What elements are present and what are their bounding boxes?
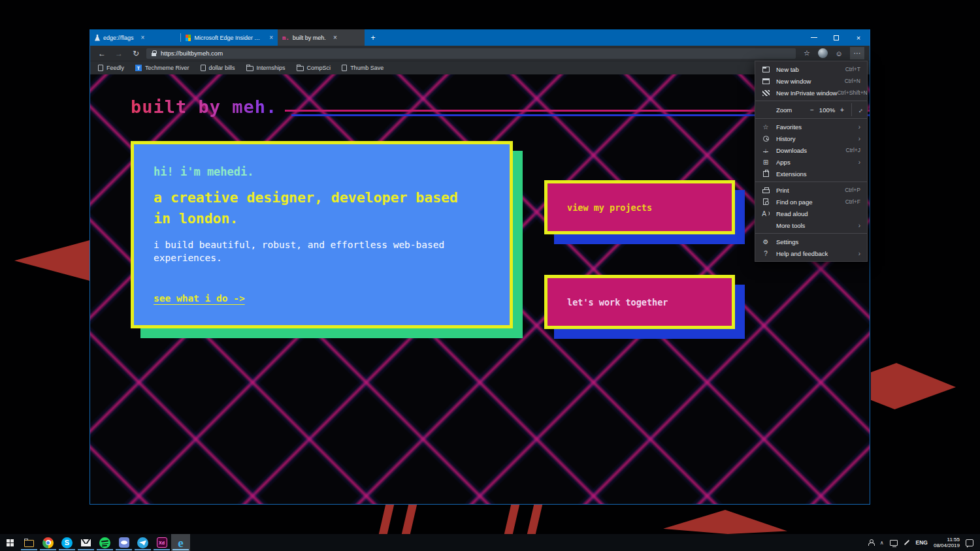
menu-item-settings[interactable]: ⚙ Settings <box>755 236 867 247</box>
menu-item-history[interactable]: History › <box>755 133 867 144</box>
back-button[interactable]: ← <box>95 49 108 58</box>
tab-edge-flags[interactable]: edge://flags × <box>90 29 180 46</box>
action-center-icon[interactable] <box>966 539 973 546</box>
submenu-chevron-icon: › <box>858 159 860 166</box>
chrome-icon <box>42 537 54 548</box>
bookmark-techmeme[interactable]: T Techmeme River <box>135 65 189 71</box>
menu-item-print[interactable]: Print Ctrl+P <box>755 184 867 196</box>
submenu-chevron-icon: › <box>858 250 860 257</box>
people-icon[interactable] <box>868 539 874 546</box>
page-viewport: built by meh. hi! i'm mehedi. a creative… <box>90 74 870 504</box>
network-icon[interactable] <box>890 540 898 546</box>
discord-icon <box>119 537 129 548</box>
tab-edge-addons[interactable]: Microsoft Edge Insider Addons × <box>181 29 278 46</box>
taskbar-mail[interactable] <box>76 534 95 551</box>
new-window-icon <box>755 78 776 84</box>
taskbar-spotify[interactable] <box>95 534 114 551</box>
maximize-button[interactable] <box>825 29 847 46</box>
bookmark-dollar-bills[interactable]: dollar bills <box>201 65 235 71</box>
hidden-icons-chevron[interactable]: ∧ <box>880 540 884 546</box>
titlebar: edge://flags × Microsoft Edge Insider Ad… <box>90 29 870 46</box>
address-bar[interactable]: https://builtbymeh.com <box>146 48 796 59</box>
zoom-in-button[interactable]: + <box>837 106 847 114</box>
taskbar-skype[interactable]: S <box>57 534 76 551</box>
menu-item-read-aloud[interactable]: A Read aloud <box>755 208 867 219</box>
wallpaper-red-triangle-left <box>14 239 90 281</box>
windows-taskbar: S Xd e ∧ ENG 11:55 08/04/2019 <box>0 534 980 551</box>
bookmark-thumb-save[interactable]: Thumb Save <box>342 65 384 71</box>
minimize-icon <box>811 37 817 38</box>
taskbar-telegram[interactable] <box>133 534 152 551</box>
minimize-button[interactable] <box>803 29 825 46</box>
adobe-xd-icon: Xd <box>157 537 167 548</box>
site-logo: built by meh. <box>131 97 277 117</box>
taskbar-edge[interactable]: e <box>171 534 190 551</box>
menu-item-downloads[interactable]: ↓ Downloads Ctrl+J <box>755 144 867 156</box>
new-tab-button[interactable]: + <box>365 29 382 46</box>
mail-icon <box>81 539 91 546</box>
pen-icon[interactable] <box>904 540 909 545</box>
refresh-button[interactable]: ↻ <box>129 49 142 58</box>
help-icon: ? <box>755 250 776 257</box>
fullscreen-icon: ↔ <box>855 105 864 115</box>
feedback-smiley-button[interactable]: ☺ <box>832 47 846 59</box>
find-on-page-icon <box>755 198 776 205</box>
bookmark-label: CompSci <box>307 65 331 71</box>
printer-icon <box>755 187 776 193</box>
language-indicator[interactable]: ENG <box>916 539 928 546</box>
menu-item-new-window[interactable]: New window Ctrl+N <box>755 75 867 87</box>
profile-avatar[interactable] <box>818 48 828 58</box>
wallpaper-red-stripe <box>402 505 417 534</box>
tab-close-icon[interactable]: × <box>141 34 145 41</box>
zoom-value: 100% <box>817 106 837 114</box>
clock[interactable]: 11:55 08/04/2019 <box>934 537 960 548</box>
start-button[interactable] <box>0 534 20 551</box>
taskbar-adobe-xd[interactable]: Xd <box>152 534 171 551</box>
forward-button[interactable]: → <box>112 49 125 58</box>
menu-item-help-and-feedback[interactable]: ? Help and feedback › <box>755 247 867 259</box>
bookmark-folder-internships[interactable]: Internships <box>246 65 286 71</box>
tab-builtbymeh[interactable]: m. built by meh. × <box>278 29 365 46</box>
menu-item-extensions[interactable]: Extensions <box>755 168 867 180</box>
wallpaper-red-stripe <box>527 505 542 534</box>
bookmark-feedly[interactable]: Feedly <box>98 65 124 71</box>
tab-close-icon[interactable]: × <box>333 34 337 41</box>
site-favicon: m. <box>282 35 289 41</box>
see-what-i-do-link[interactable]: see what i do -> <box>154 293 245 304</box>
windows-logo-icon <box>7 539 14 546</box>
menu-divider <box>755 181 867 182</box>
page-icon <box>98 65 103 71</box>
close-button[interactable]: × <box>847 29 870 46</box>
hero-headline-line2: in london. <box>154 210 238 227</box>
folder-icon <box>297 66 304 71</box>
fullscreen-button[interactable]: ↔ <box>851 103 867 116</box>
menu-item-apps[interactable]: ⊞ Apps › <box>755 156 867 168</box>
menu-item-new-tab[interactable]: New tab Ctrl+T <box>755 63 867 75</box>
menu-item-favorites[interactable]: ☆ Favorites › <box>755 121 867 133</box>
bookmark-folder-compsci[interactable]: CompSci <box>297 65 331 71</box>
taskbar-discord[interactable] <box>114 534 133 551</box>
url-text: https://builtbymeh.com <box>161 50 223 57</box>
work-together-button[interactable]: let's work together <box>544 275 735 329</box>
menu-divider <box>755 118 867 119</box>
read-aloud-icon: A <box>755 210 776 217</box>
bookmark-label: Thumb Save <box>350 65 384 71</box>
menu-item-find-on-page[interactable]: Find on page Ctrl+F <box>755 196 867 208</box>
wallpaper-red-diamond-bottom <box>663 510 787 534</box>
browser-toolbar: ← → ↻ https://builtbymeh.com ☆ ☺ ⋯ <box>90 46 870 61</box>
tab-close-icon[interactable]: × <box>269 34 273 41</box>
view-projects-button[interactable]: view my projects <box>544 180 735 234</box>
menu-item-new-inprivate-window[interactable]: New InPrivate window Ctrl+Shift+N <box>755 87 867 99</box>
microsoft-logo-icon <box>186 35 191 41</box>
menu-item-more-tools[interactable]: More tools › <box>755 219 867 231</box>
file-explorer-icon <box>24 540 34 547</box>
hero-body-line1: i build beautiful, robust, and effortles… <box>154 240 444 250</box>
zoom-out-button[interactable]: − <box>807 106 817 114</box>
taskbar-chrome[interactable] <box>39 534 57 551</box>
favorites-star-button[interactable]: ☆ <box>800 47 814 59</box>
settings-and-more-button[interactable]: ⋯ <box>850 47 864 59</box>
window-controls: × <box>803 29 870 46</box>
taskbar-file-explorer[interactable] <box>20 534 39 551</box>
tray-time: 11:55 <box>947 537 960 543</box>
tab-title: built by meh. <box>293 35 326 41</box>
